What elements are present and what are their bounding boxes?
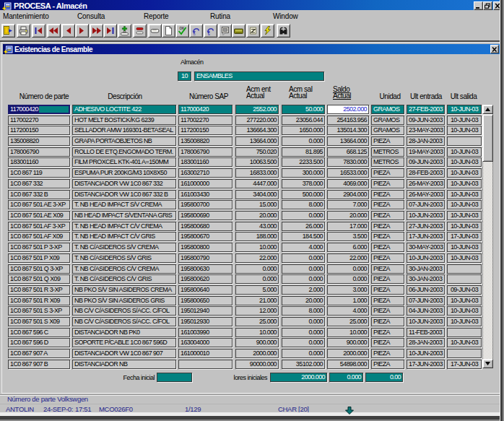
svg-text:b: b — [194, 32, 196, 36]
svg-text:E: E — [208, 32, 210, 36]
